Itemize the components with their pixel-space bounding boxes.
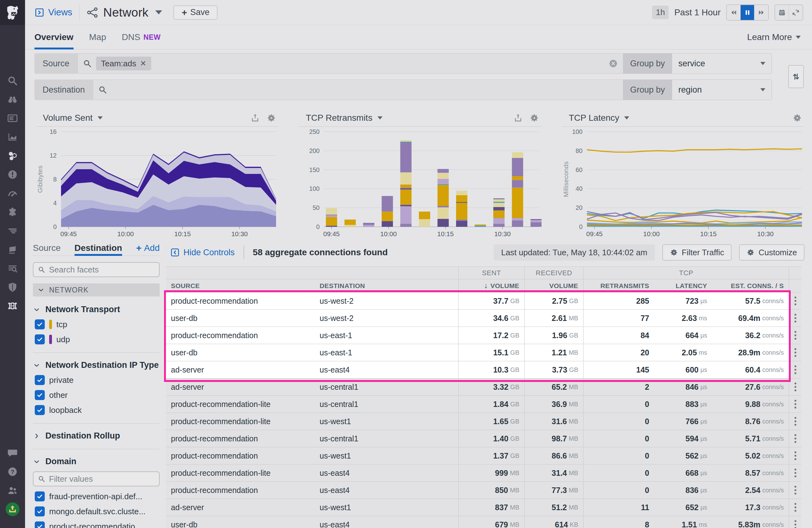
filter-traffic-button[interactable]: Filter Traffic <box>662 244 731 260</box>
column-header-received-volume[interactable]: VOLUME <box>524 279 583 292</box>
facet-section-header[interactable]: Domain <box>33 457 160 466</box>
pipelines-icon[interactable] <box>0 222 25 240</box>
row-menu-button[interactable] <box>789 361 801 378</box>
row-menu-button[interactable] <box>789 447 801 464</box>
row-menu-button[interactable] <box>789 482 801 499</box>
integrations-icon[interactable] <box>0 203 25 222</box>
checkbox-checked[interactable] <box>35 507 45 516</box>
table-row[interactable]: user-dbus-east-115.1GB1.21MB202.05ms28.9… <box>166 344 801 361</box>
table-row[interactable]: ad-serverus-east410.3GB3.73GB145600µs60.… <box>166 361 801 378</box>
row-menu-button[interactable] <box>789 516 801 528</box>
checkbox-checked[interactable] <box>35 334 45 344</box>
facet-item-fraud-prevention-api-def-[interactable]: fraud-prevention-api.def... <box>35 492 160 501</box>
column-header-sent-volume[interactable]: ↓VOLUME <box>458 279 524 292</box>
source-search-input[interactable]: Team:ads ✕ <box>78 53 623 74</box>
tcp-latency-chart[interactable]: 020406080100Milliseconds09:4510:0010:151… <box>562 127 804 238</box>
checkbox-checked[interactable] <box>35 522 45 528</box>
row-menu-button[interactable] <box>789 327 801 344</box>
facet-item-tcp[interactable]: tcp <box>35 319 160 329</box>
log-explorer-icon[interactable] <box>0 259 25 278</box>
notebooks-icon[interactable] <box>0 240 25 259</box>
time-backward-button[interactable] <box>727 5 741 20</box>
export-icon[interactable] <box>250 113 260 123</box>
network-icon[interactable] <box>0 297 25 315</box>
export-icon[interactable] <box>513 113 523 123</box>
table-row[interactable]: product-recommendationus-east-117.2GB1.9… <box>166 327 801 344</box>
help-icon[interactable]: ? <box>0 462 25 481</box>
checkbox-checked[interactable] <box>35 492 45 501</box>
search-icon[interactable] <box>0 71 25 90</box>
time-range-label[interactable]: Past 1 Hour <box>674 7 721 17</box>
facet-item-private[interactable]: private <box>35 375 160 385</box>
upgrade-icon[interactable] <box>0 500 25 518</box>
monitors-icon[interactable] <box>0 165 25 184</box>
row-menu-button[interactable] <box>789 310 801 327</box>
filter-tag-team-ads[interactable]: Team:ads ✕ <box>96 57 151 70</box>
checkbox-checked[interactable] <box>35 390 45 400</box>
table-row[interactable]: ad-serverus-central13.32GB65.2MB2846µs27… <box>166 378 801 396</box>
customize-button[interactable]: Customize <box>739 244 804 260</box>
clear-source-filter-button[interactable] <box>609 59 618 68</box>
gear-icon[interactable] <box>793 113 802 123</box>
tab-overview[interactable]: Overview <box>34 25 74 49</box>
chevron-down-icon[interactable] <box>624 116 629 120</box>
table-row[interactable]: product-recommendationus-west-237.7GB2.7… <box>166 292 801 310</box>
table-row[interactable]: ad-serverus-west1837MB51.2MB11652µs17.3c… <box>166 499 801 516</box>
dashboards-icon[interactable] <box>0 109 25 127</box>
gear-icon[interactable] <box>267 113 276 123</box>
facet-item-mongo-default-svc-cluste-[interactable]: mongo.default.svc.cluste... <box>35 507 160 516</box>
tab-dns[interactable]: DNS NEW <box>122 25 161 49</box>
title-chevron-down-icon[interactable] <box>155 10 162 14</box>
infrastructure-icon[interactable] <box>0 146 25 165</box>
facet-item-other[interactable]: other <box>35 390 160 400</box>
column-header-retransmits[interactable]: RETRANSMITS <box>583 279 654 292</box>
watchdog-icon[interactable] <box>0 90 25 109</box>
chat-icon[interactable] <box>0 443 25 462</box>
row-menu-button[interactable] <box>789 430 801 447</box>
column-header-est-conns[interactable]: EST. CONNS. / S <box>712 279 789 292</box>
metrics-icon[interactable] <box>0 127 25 146</box>
refresh-button[interactable] <box>789 5 802 20</box>
checkbox-checked[interactable] <box>35 375 45 385</box>
facet-section-header[interactable]: Network Transport <box>33 305 160 314</box>
facet-item-udp[interactable]: udp <box>35 334 160 344</box>
row-menu-button[interactable] <box>789 344 801 361</box>
datadog-logo[interactable] <box>0 0 25 25</box>
row-menu-button[interactable] <box>789 378 801 395</box>
swap-source-destination-button[interactable] <box>788 65 804 88</box>
checkbox-checked[interactable] <box>35 319 45 329</box>
table-row[interactable]: product-recommendation-liteus-central11.… <box>166 396 801 413</box>
column-header-source[interactable]: SOURCE <box>166 279 315 292</box>
save-button[interactable]: + Save <box>173 5 218 20</box>
row-menu-button[interactable] <box>789 413 801 430</box>
facet-section-header[interactable]: Network Destination IP Type <box>33 360 160 370</box>
gear-icon[interactable] <box>530 113 539 123</box>
table-row[interactable]: product-recommendation-liteus-east4999MB… <box>166 465 801 482</box>
apm-icon[interactable] <box>0 184 25 203</box>
facet-tab-source[interactable]: Source <box>33 240 61 256</box>
add-facet-button[interactable]: + Add <box>136 243 160 253</box>
row-menu-button[interactable] <box>789 292 801 310</box>
tcp-retransmits-chart[interactable]: 05010015020025009:4510:0010:1510:30 <box>299 127 541 238</box>
users-icon[interactable] <box>0 481 25 500</box>
chart-title[interactable]: Volume Sent <box>43 113 93 123</box>
time-range-badge[interactable]: 1h <box>652 6 669 19</box>
row-menu-button[interactable] <box>789 499 801 516</box>
table-row[interactable]: user-dbus-west-234.6GB2.61MB772.63ms69.4… <box>166 310 801 327</box>
source-group-by-select[interactable]: service <box>672 53 772 74</box>
facet-item-loopback[interactable]: loopback <box>35 405 160 415</box>
destination-group-by-select[interactable]: region <box>672 79 772 100</box>
calendar-button[interactable] <box>775 5 789 20</box>
table-row[interactable]: product-recommendation-liteus-west11.65G… <box>166 413 801 430</box>
tab-map[interactable]: Map <box>89 25 106 49</box>
chart-title[interactable]: TCP Latency <box>569 113 619 123</box>
table-row[interactable]: product-recommendationus-west11.37GB86.6… <box>166 447 801 465</box>
chevron-down-icon[interactable] <box>98 116 103 120</box>
table-row[interactable]: user-dbus-east4679MB614KB81.51ms5.83mcon… <box>166 516 801 528</box>
chevron-down-icon[interactable] <box>378 116 382 120</box>
row-menu-button[interactable] <box>789 396 801 412</box>
learn-more-button[interactable]: Learn More <box>747 32 801 42</box>
column-header-destination[interactable]: DESTINATION <box>315 279 458 292</box>
views-button[interactable]: Views <box>34 7 72 17</box>
remove-tag-icon[interactable]: ✕ <box>140 59 146 68</box>
